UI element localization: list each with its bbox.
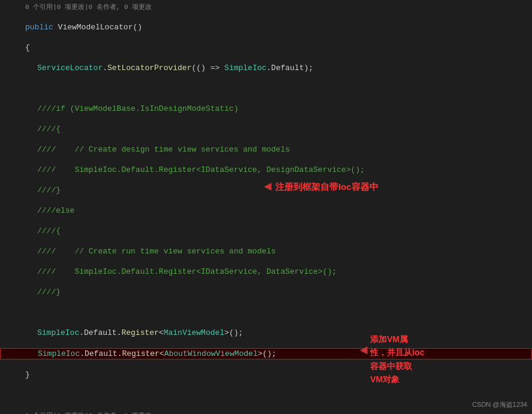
comment-text: //// SimpleIoc.Default.Register<IDataSer… bbox=[37, 267, 336, 276]
comment-text: ////{ bbox=[37, 125, 61, 134]
annotation-text-1: 注册到框架自带Ioc容器中 bbox=[275, 182, 378, 193]
comment-text: //// // Create run time view services an… bbox=[37, 247, 276, 256]
comment-text: ////} bbox=[37, 288, 61, 297]
code-line: ////{ bbox=[0, 123, 532, 135]
comment-text: //// SimpleIoc.Default.Register<IDataSer… bbox=[37, 165, 365, 174]
comment-text: ////else bbox=[37, 206, 74, 215]
code-line: ////} bbox=[0, 286, 532, 298]
code-text: SimpleIoc bbox=[38, 349, 80, 358]
highlighted-code-line: SimpleIoc.Default.Register<AboutWindowVi… bbox=[0, 348, 532, 359]
annotation-arrow-2: ◄ 添加VM属 性，并且从Ioc 容器中获取 VM对象 bbox=[360, 333, 424, 386]
annotation-arrow-1: ◄ 注册到框架自带Ioc容器中 bbox=[264, 180, 378, 195]
code-line bbox=[0, 389, 532, 401]
meta-text: 0 个引用|0 项更改|0 名作者, 0 项更改 bbox=[25, 2, 152, 11]
code-text: { bbox=[25, 43, 30, 52]
code-line: 0 个引用|0 项更改|0 名作者, 0 项更改 bbox=[0, 1, 532, 13]
code-line: //// // Create design time view services… bbox=[0, 144, 532, 155]
code-text: >(); bbox=[258, 349, 276, 358]
code-line: SimpleIoc.Default.Register<MainViewModel… bbox=[0, 327, 532, 339]
code-line: ////else bbox=[0, 205, 532, 216]
code-text: AboutWindowViewModel bbox=[164, 349, 258, 358]
code-text: < bbox=[160, 349, 164, 358]
code-line: } bbox=[0, 369, 532, 380]
code-line bbox=[0, 83, 532, 94]
code-text: .Default. bbox=[79, 328, 121, 337]
comment-text: ////{ bbox=[37, 226, 61, 235]
comment-text: ////} bbox=[37, 186, 61, 195]
code-line: //// // Create run time view services an… bbox=[0, 246, 532, 257]
watermark: CSDN @海盗1234 bbox=[472, 400, 527, 409]
code-text: SimpleIoc bbox=[37, 328, 79, 337]
code-text: .Default); bbox=[266, 64, 313, 72]
code-line bbox=[0, 307, 532, 318]
code-line: ServiceLocator.SetLocatorProvider(() => … bbox=[0, 62, 532, 74]
code-text: SimpleIoc bbox=[224, 64, 266, 72]
code-text: Register bbox=[121, 328, 158, 337]
code-line: //// SimpleIoc.Default.Register<IDataSer… bbox=[0, 266, 532, 277]
keyword: public bbox=[25, 23, 58, 32]
code-editor: 0 个引用|0 项更改|0 名作者, 0 项更改 public ViewMode… bbox=[0, 0, 532, 414]
code-text: (() => bbox=[191, 64, 224, 72]
code-text: Register bbox=[122, 349, 159, 358]
comment-text: //// // Create design time view services… bbox=[37, 145, 290, 154]
code-line: ////if (ViewModelBase.IsInDesignModeStat… bbox=[0, 103, 532, 114]
code-line: public ViewModelLocator() bbox=[0, 22, 532, 33]
code-text: ViewModelLocator() bbox=[58, 23, 142, 32]
code-line: //// SimpleIoc.Default.Register<IDataSer… bbox=[0, 164, 532, 176]
meta-text: 0 个引用|0 项更改|0 名作者, 0 项更改 bbox=[25, 411, 152, 414]
code-text: } bbox=[25, 370, 30, 379]
code-text: < bbox=[159, 328, 164, 337]
code-line: { bbox=[0, 42, 532, 53]
code-text: SetLocatorProvider bbox=[107, 64, 191, 72]
code-text: >(); bbox=[224, 328, 243, 337]
comment-text: ////if (ViewModelBase.IsInDesignModeStat… bbox=[37, 104, 238, 113]
code-line: 0 个引用|0 项更改|0 名作者, 0 项更改 bbox=[0, 410, 532, 414]
code-line: ////{ bbox=[0, 225, 532, 237]
code-text: .Default. bbox=[80, 349, 122, 358]
code-text: . bbox=[103, 64, 107, 72]
code-text: MainViewModel bbox=[164, 328, 224, 337]
code-text: ServiceLocator bbox=[37, 64, 103, 72]
annotation-text-2: 添加VM属 性，并且从Ioc 容器中获取 VM对象 bbox=[370, 333, 424, 386]
